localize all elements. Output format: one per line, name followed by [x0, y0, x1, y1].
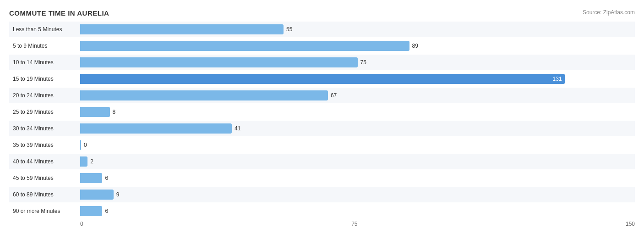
bar-fill [80, 41, 409, 51]
bar-track: 6 [80, 206, 635, 216]
bar-track: 8 [80, 107, 635, 117]
x-axis-labels: 075150 [80, 221, 635, 227]
bar-label: 45 to 59 Minutes [9, 175, 80, 181]
bar-track: 131 [80, 74, 635, 84]
bar-track: 55 [80, 24, 635, 34]
bar-value: 0 [84, 142, 87, 148]
source-label: Source: ZipAtlas.com [583, 9, 635, 16]
bar-label: 15 to 19 Minutes [9, 76, 80, 82]
bar-fill [80, 140, 81, 150]
bar-value: 6 [105, 208, 108, 214]
bar-label: 60 to 89 Minutes [9, 191, 80, 198]
bar-fill [80, 173, 102, 183]
bar-row: 60 to 89 Minutes9 [9, 187, 635, 202]
bar-value: 131 [553, 76, 562, 82]
bar-track: 89 [80, 41, 635, 51]
bar-fill [80, 24, 284, 34]
bar-row: 45 to 59 Minutes6 [9, 170, 635, 186]
bar-value: 75 [360, 59, 366, 66]
bar-value: 67 [331, 92, 337, 99]
bar-fill [80, 156, 87, 167]
bar-value: 2 [90, 158, 93, 165]
bar-label: 10 to 14 Minutes [9, 59, 80, 66]
bar-value: 55 [286, 26, 292, 33]
bar-track: 9 [80, 190, 635, 200]
bar-label: 20 to 24 Minutes [9, 92, 80, 99]
bar-row: 10 to 14 Minutes75 [9, 55, 635, 70]
bar-value: 6 [105, 175, 108, 181]
bar-row: 5 to 9 Minutes89 [9, 38, 635, 54]
chart-container: COMMUTE TIME IN AURELIA Source: ZipAtlas… [0, 0, 644, 240]
bar-row: 90 or more Minutes6 [9, 203, 635, 219]
bar-track: 75 [80, 57, 635, 67]
bar-label: 25 to 29 Minutes [9, 109, 80, 115]
bar-fill: 131 [80, 74, 565, 84]
x-axis: 075150 [9, 221, 635, 227]
bar-label: 5 to 9 Minutes [9, 43, 80, 49]
bar-value: 41 [235, 125, 240, 132]
bar-value: 8 [113, 109, 116, 115]
bar-fill [80, 190, 114, 200]
chart-title: COMMUTE TIME IN AURELIA [9, 9, 635, 17]
bar-fill [80, 57, 358, 67]
bar-track: 2 [80, 156, 635, 167]
bar-row: 35 to 39 Minutes0 [9, 137, 635, 153]
bar-row: 20 to 24 Minutes67 [9, 88, 635, 103]
bar-row: Less than 5 Minutes55 [9, 22, 635, 37]
chart-area: Less than 5 Minutes555 to 9 Minutes8910 … [9, 22, 635, 219]
x-axis-label: 75 [351, 221, 357, 227]
bar-label: 90 or more Minutes [9, 208, 80, 214]
bar-track: 6 [80, 173, 635, 183]
bar-row: 25 to 29 Minutes8 [9, 104, 635, 120]
bar-track: 67 [80, 90, 635, 100]
bar-label: 30 to 34 Minutes [9, 125, 80, 132]
bar-fill [80, 90, 328, 100]
bar-label: 35 to 39 Minutes [9, 142, 80, 148]
bar-label: Less than 5 Minutes [9, 26, 80, 33]
x-axis-label: 0 [80, 221, 83, 227]
bar-row: 30 to 34 Minutes41 [9, 121, 635, 136]
x-axis-label: 150 [626, 221, 635, 227]
bar-value: 9 [116, 191, 120, 198]
bar-track: 0 [80, 140, 635, 150]
bar-fill [80, 123, 232, 134]
bar-track: 41 [80, 123, 635, 134]
bar-row: 40 to 44 Minutes2 [9, 154, 635, 169]
bar-row: 15 to 19 Minutes131 [9, 71, 635, 87]
bar-fill [80, 107, 110, 117]
bar-label: 40 to 44 Minutes [9, 158, 80, 165]
bar-fill [80, 206, 102, 216]
bar-value: 89 [412, 43, 418, 49]
